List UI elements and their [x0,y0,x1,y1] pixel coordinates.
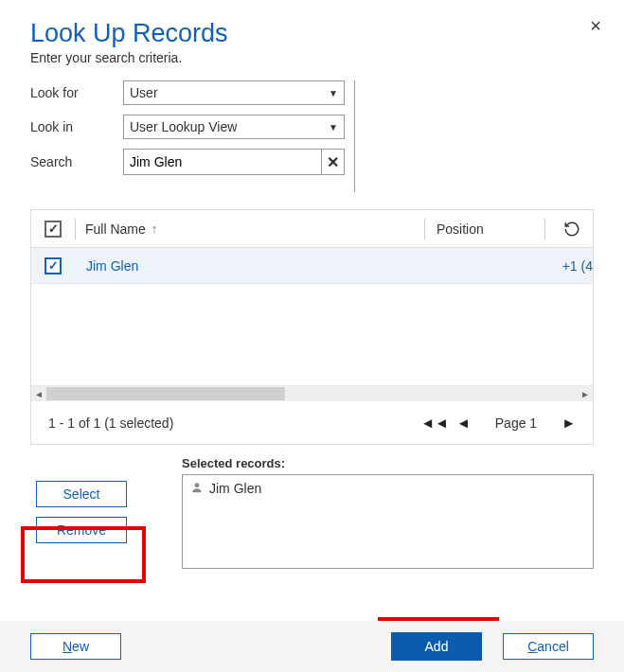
lookin-select[interactable]: User Lookup View ▼ [123,115,345,139]
scroll-left-icon[interactable]: ◄ [31,389,46,399]
first-page-icon[interactable]: ◄◄ [420,415,449,431]
lookin-label: Look in [30,119,123,134]
sort-asc-icon: ↑ [152,221,158,236]
remove-button[interactable]: Remove [36,517,127,543]
row-phone: +1 (4 [536,258,593,274]
results-grid: Full Name ↑ Position Jim Glen +1 (4 ◄ ► [30,209,594,445]
select-button[interactable]: Select [36,481,127,507]
select-all-checkbox[interactable] [45,221,62,238]
col-fullname[interactable]: Full Name [85,221,146,237]
row-checkbox[interactable] [45,257,62,274]
lookfor-value: User [130,85,158,100]
caret-down-icon: ▼ [329,122,338,133]
selected-list[interactable]: Jim Glen [182,474,594,569]
scroll-right-icon[interactable]: ► [578,389,593,399]
dialog-title: Look Up Records [30,19,594,48]
next-page-icon[interactable]: ► [562,415,576,431]
table-row[interactable]: Jim Glen +1 (4 [31,248,593,284]
close-icon[interactable]: × [590,15,601,37]
prev-page-icon[interactable]: ◄ [456,415,471,431]
selected-label: Selected records: [182,456,594,470]
col-position[interactable]: Position [431,221,544,237]
person-icon [190,481,204,497]
scroll-thumb[interactable] [46,387,285,400]
lookfor-label: Look for [30,85,123,100]
selected-item[interactable]: Jim Glen [209,481,261,496]
search-input[interactable] [124,151,344,172]
horizontal-scrollbar[interactable]: ◄ ► [31,386,593,401]
lookfor-select[interactable]: User ▼ [123,80,345,105]
add-button[interactable]: Add [391,632,482,661]
grid-status: 1 - 1 of 1 (1 selected) [48,416,173,431]
dialog-subtitle: Enter your search criteria. [30,50,594,65]
cancel-button[interactable]: Cancel [503,633,594,660]
svg-point-0 [195,483,200,487]
caret-down-icon: ▼ [329,88,338,98]
row-fullname[interactable]: Jim Glen [75,258,536,274]
page-label: Page 1 [495,416,537,431]
clear-search-icon[interactable]: ✕ [321,150,344,174]
new-button[interactable]: New [30,633,121,660]
search-label: Search [30,154,123,169]
lookin-value: User Lookup View [130,119,237,134]
refresh-icon[interactable] [551,221,593,238]
